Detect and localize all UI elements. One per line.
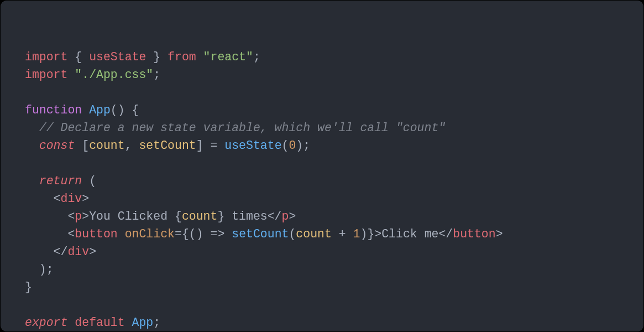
code-token: return [39, 174, 82, 188]
code-token: 0 [289, 139, 296, 152]
code-token [75, 139, 82, 152]
code-token: + [339, 227, 346, 241]
code-token: { [175, 210, 182, 223]
code-token: count [296, 227, 332, 241]
code-token: export [25, 316, 67, 329]
code-token: import [25, 68, 67, 81]
code-line[interactable] [25, 154, 632, 172]
code-token: function [25, 103, 82, 117]
code-token: } [153, 50, 160, 64]
code-token: ) [360, 227, 368, 241]
code-token: // Declare a new state variable, which w… [39, 121, 446, 134]
code-token: ( [89, 174, 96, 188]
code-line[interactable]: // Declare a new state variable, which w… [25, 119, 632, 137]
code-line[interactable]: function App() { [25, 101, 632, 119]
code-token [67, 316, 75, 329]
code-token: App [132, 316, 154, 329]
code-token: You Clicked [89, 210, 175, 223]
code-token: { [75, 50, 82, 64]
code-token [82, 103, 89, 117]
code-token: => [211, 227, 225, 241]
code-token [25, 227, 67, 241]
code-token [25, 210, 67, 223]
code-token: () [111, 103, 125, 117]
code-token: > [82, 192, 89, 205]
code-token [125, 316, 132, 329]
code-token [125, 103, 132, 117]
code-line[interactable]: const [count, setCount] = useState(0); [25, 137, 632, 154]
code-line[interactable]: export default App; [25, 314, 632, 331]
code-token [146, 50, 153, 64]
code-token: ) [296, 139, 303, 152]
code-token [332, 227, 339, 241]
code-line[interactable] [25, 296, 632, 314]
code-token: times [224, 210, 267, 223]
code-token: ; [153, 316, 160, 329]
code-token: div [67, 245, 89, 258]
code-token [25, 139, 39, 152]
code-token: ; [303, 139, 310, 152]
code-line[interactable]: <button onClick={() => setCount(count + … [25, 225, 632, 243]
code-content[interactable]: import { useState } from "react";import … [25, 48, 632, 331]
code-line[interactable]: } [25, 278, 632, 296]
code-token: < [54, 192, 61, 205]
code-token: Click me [381, 227, 438, 241]
code-token: ( [289, 227, 296, 241]
code-token [25, 192, 54, 205]
code-token: p [75, 210, 82, 223]
code-line[interactable]: </div> [25, 243, 632, 261]
code-token [224, 227, 232, 241]
code-line[interactable] [25, 84, 632, 101]
code-token: setCount [139, 139, 196, 152]
code-token: setCount [232, 227, 289, 241]
code-token [25, 245, 54, 258]
code-token: [ [82, 139, 89, 152]
code-token: 1 [353, 227, 360, 241]
code-token: div [61, 192, 82, 205]
code-token [118, 227, 125, 241]
code-token: < [67, 227, 75, 241]
code-token: useState [89, 50, 146, 64]
code-token: "react" [203, 50, 253, 64]
code-token: > [374, 227, 381, 241]
code-token: default [75, 316, 124, 329]
code-token: count [182, 210, 218, 223]
code-token: = [211, 139, 218, 152]
code-token: > [82, 210, 89, 223]
code-token: { [182, 227, 189, 241]
code-token: < [67, 210, 75, 223]
code-token: </ [268, 210, 282, 223]
code-token: ] [196, 139, 203, 152]
code-token: ; [153, 68, 160, 81]
code-token: > [496, 227, 503, 241]
code-line[interactable]: <p>You Clicked {count} times</p> [25, 208, 632, 225]
code-token: const [39, 139, 75, 152]
code-token: button [75, 227, 117, 241]
code-token: "./App.css" [75, 68, 153, 81]
code-token: import [25, 50, 67, 64]
code-token: p [282, 210, 289, 223]
code-token: useState [224, 139, 281, 152]
code-token: ) [39, 263, 46, 276]
code-token [132, 139, 139, 152]
code-line[interactable]: ); [25, 261, 632, 278]
code-token [217, 139, 224, 152]
code-token [196, 50, 203, 64]
code-token: { [132, 103, 139, 117]
code-token: , [125, 139, 132, 152]
code-line[interactable]: import "./App.css"; [25, 66, 632, 84]
code-line[interactable]: import { useState } from "react"; [25, 48, 632, 66]
code-token [25, 121, 39, 134]
code-line[interactable]: return ( [25, 172, 632, 190]
code-editor-panel: import { useState } from "react";import … [0, 0, 644, 332]
code-token [25, 263, 39, 276]
code-token [203, 227, 211, 241]
code-token [82, 174, 89, 188]
code-token: } [25, 281, 32, 294]
code-line[interactable]: <div> [25, 190, 632, 208]
code-token: ; [253, 50, 260, 64]
code-token [82, 50, 89, 64]
code-token: ( [282, 139, 289, 152]
code-token: </ [438, 227, 453, 241]
code-token: > [289, 210, 296, 223]
